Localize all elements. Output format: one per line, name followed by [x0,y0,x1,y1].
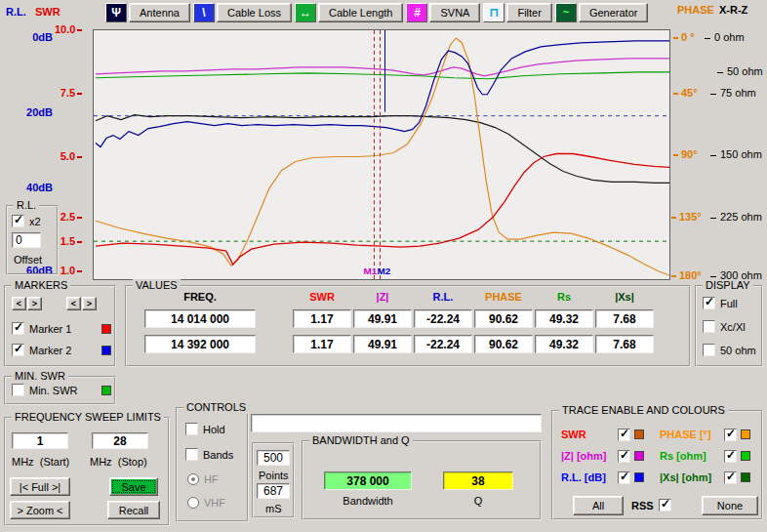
z-trace-checkbox[interactable] [618,450,630,463]
marker2-checkbox[interactable] [12,344,24,356]
swr-axis-title: SWR [35,6,61,18]
50ohm-checkbox[interactable] [703,344,715,356]
q-value: 38 [443,471,513,490]
marker2-prev-button[interactable]: < [66,297,81,310]
rl-trace-label: R.L. [dB] [561,471,618,483]
rl-offset-panel-title: R.L. [14,199,39,212]
swr-trace-checkbox[interactable] [618,429,630,441]
phase-trace-checkbox[interactable] [724,429,737,441]
svna-icon[interactable]: # [406,3,427,22]
z-trace-swatch[interactable] [634,451,644,461]
phase-tick-label: 45° [673,87,698,99]
x2-row: x2 [12,215,41,227]
hold-row: Hold [185,423,225,435]
hold-checkbox[interactable] [185,423,198,435]
xs-trace-swatch[interactable] [741,472,750,482]
x2-label: x2 [29,216,41,227]
stop-freq-input[interactable] [92,432,148,449]
bands-checkbox[interactable] [185,448,198,461]
all-traces-button[interactable]: All [573,496,624,515]
marker2-freq-value: 14 392 000 [144,335,256,353]
xcxl-checkbox[interactable] [703,320,715,333]
points-input[interactable] [257,450,290,466]
rs-trace-checkbox[interactable] [724,450,737,463]
recall-button[interactable]: Recall [107,501,160,519]
xs-trace-checkbox[interactable] [724,471,737,484]
save-button[interactable]: Save [109,477,158,496]
generator-icon[interactable]: ~ [555,3,577,22]
full-checkbox[interactable] [703,297,715,309]
swr-tick-label: 1.0 [55,265,82,276]
full-span-button[interactable]: |< Full >| [10,477,70,496]
xrz-axis-title: X-R-Z [719,4,747,16]
marker1-rl-value: -22.24 [414,309,472,328]
toolbar-group-cable-length: ↔ Cable Length [295,3,403,22]
50ohm-label: 50 ohm [720,345,756,356]
column-header-freq: FREQ. [144,291,256,303]
swr-trace [96,154,669,266]
marker2-xs-value: 7.68 [595,335,654,353]
message-input[interactable] [251,414,542,432]
generator-button[interactable]: Generator [579,3,649,22]
zoom-button[interactable]: > Zoom < [10,501,70,519]
min-swr-checkbox[interactable] [12,384,24,396]
marker1-prev-button[interactable]: < [12,297,26,310]
rs-trace-label: Rs [ohm] [660,450,724,462]
marker2-next-button[interactable]: > [82,297,97,310]
x2-checkbox[interactable] [12,215,24,227]
rl-trace-swatch[interactable] [634,472,644,482]
min-swr-color-swatch [101,386,111,395]
chart-marker-label: M2 [378,266,391,276]
cable-length-button[interactable]: Cable Length [318,3,403,22]
rl-offset-input[interactable] [12,232,41,248]
display-panel-title: DISPLAY [703,279,753,292]
antenna-icon[interactable]: Ψ [105,3,127,22]
ohm-tick-label: 75 ohm [710,87,756,99]
rl-trace-checkbox[interactable] [618,471,630,484]
marker1-next-button[interactable]: > [27,297,42,310]
sweep-time-input[interactable] [257,483,290,499]
z-trace-label: |Z| [ohm] [561,450,618,462]
marker1-checkbox[interactable] [12,322,24,335]
swr-trace-swatch[interactable] [634,430,644,439]
toolbar-group-cable-loss: \ Cable Loss [193,3,292,22]
filter-button[interactable]: Filter [506,3,551,22]
toolbar-group-antenna: Ψ Antenna [105,3,190,22]
rs-trace-swatch[interactable] [741,451,750,461]
sweep-chart[interactable]: M1M2 [93,29,670,280]
marker2-rl-value: -22.24 [414,335,472,353]
marker1-label: Marker 1 [29,323,97,335]
cable-loss-icon[interactable]: \ [193,3,215,22]
filter-icon[interactable]: ⊓ [483,3,505,22]
hf-radio[interactable] [187,473,199,485]
column-header-z: |Z| [353,291,412,303]
sweep-time-label: mS [265,503,282,514]
toolbar: Ψ Antenna \ Cable Loss ↔ Cable Length # … [105,3,648,22]
vhf-label: VHF [204,497,225,509]
start-freq-input[interactable] [12,432,68,449]
xs-trace [96,115,669,184]
swr-tick-label: 7.5 [55,87,82,99]
display-50ohm-row: 50 ohm [703,344,756,356]
phase-axis-title: PHASE [677,4,714,16]
controls-panel: CONTROLS Hold Bands HF VHF [176,407,249,522]
phase-trace-swatch[interactable] [741,430,750,439]
cable-length-icon[interactable]: ↔ [295,3,316,22]
marker2-row: Marker 2 [12,344,111,356]
vhf-row: VHF [187,497,225,509]
start-freq-label: MHz (Start) [12,456,69,468]
svna-button[interactable]: SVNA [429,3,480,22]
rl-offset-panel: R.L. x2 Offset [6,205,59,275]
cable-loss-button[interactable]: Cable Loss [217,3,292,22]
offset-label: Offset [14,254,42,266]
none-traces-button[interactable]: None [702,496,758,515]
vhf-radio[interactable] [187,497,199,509]
full-label: Full [720,298,738,309]
trace-row-1: SWR PHASE [°] [561,428,750,441]
antenna-button[interactable]: Antenna [129,3,190,22]
marker1-phase-value: 90.62 [474,309,533,328]
rl-tick-label: 0dB [21,31,53,43]
swr-trace-label: SWR [561,429,618,440]
rss-checkbox[interactable] [659,499,671,512]
sweep-chart-canvas[interactable]: M1M2 [94,30,669,279]
